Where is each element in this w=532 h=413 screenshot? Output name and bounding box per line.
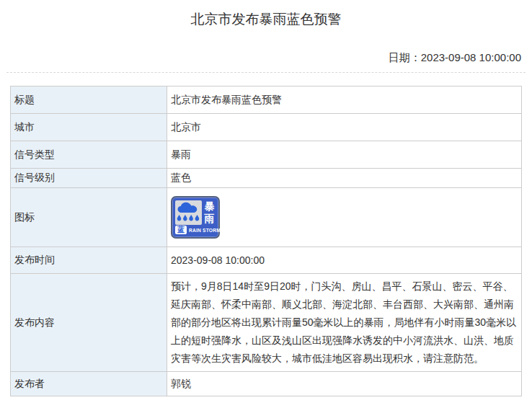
publish-date-line: 日期：2023-09-08 10:00:00 — [0, 51, 521, 65]
value-cell: 暴 雨 蓝 RAIN STORM — [167, 188, 522, 247]
row-publish-time: 发布时间 2023-09-08 10:00:00 — [11, 247, 522, 274]
label-cell: 发布者 — [11, 372, 167, 396]
value-cell: 暴雨 — [167, 141, 522, 169]
value-cell: 2023-09-08 10:00:00 — [167, 247, 522, 274]
icon-cn-char-bottom: 雨 — [203, 213, 216, 225]
date-label: 日期： — [389, 51, 421, 63]
row-icon: 图标 — [11, 188, 522, 247]
label-cell: 城市 — [11, 114, 167, 141]
value-cell: 郭锐 — [167, 372, 522, 396]
value-cell: 蓝色 — [167, 169, 522, 188]
warning-content-text: 预计，9月8日14时至9日20时，门头沟、房山、昌平、石景山、密云、平谷、延庆南… — [171, 277, 518, 368]
warning-info-table: 标题 北京市发布暴雨蓝色预警 城市 北京市 信号类型 暴雨 信号级别 蓝色 图标 — [10, 86, 522, 396]
value-cell: 北京市 — [167, 114, 522, 141]
row-publish-content: 发布内容 预计，9月8日14时至9日20时，门头沟、房山、昌平、石景山、密云、平… — [11, 274, 522, 372]
label-cell: 发布时间 — [11, 247, 167, 274]
row-signal-type: 信号类型 暴雨 — [11, 141, 522, 169]
label-cell: 图标 — [11, 188, 167, 247]
icon-bottom-strip: 蓝 RAIN STORM — [175, 226, 217, 234]
dashed-divider — [6, 72, 526, 73]
rain-cloud-glyph — [175, 200, 202, 225]
row-title: 标题 北京市发布暴雨蓝色预警 — [11, 86, 522, 114]
label-cell: 信号级别 — [11, 169, 167, 188]
rainstorm-blue-warning-icon: 暴 雨 蓝 RAIN STORM — [171, 196, 220, 239]
value-cell: 北京市发布暴雨蓝色预警 — [167, 86, 522, 114]
label-cell: 发布内容 — [11, 274, 167, 372]
page-title: 北京市发布暴雨蓝色预警 — [0, 10, 532, 29]
row-city: 城市 北京市 — [11, 114, 522, 141]
row-publisher: 发布者 郭锐 — [11, 372, 522, 396]
icon-cn-label: 暴 雨 — [203, 200, 216, 225]
label-cell: 信号类型 — [11, 141, 167, 169]
icon-cn-char-top: 暴 — [203, 200, 216, 213]
date-value: 2023-09-08 10:00:00 — [421, 51, 521, 63]
warning-detail-page: 北京市发布暴雨蓝色预警 日期：2023-09-08 10:00:00 标题 北京… — [0, 10, 532, 413]
label-cell: 标题 — [11, 86, 167, 114]
value-cell: 预计，9月8日14时至9日20时，门头沟、房山、昌平、石景山、密云、平谷、延庆南… — [167, 274, 522, 372]
row-signal-level: 信号级别 蓝色 — [11, 169, 522, 188]
icon-english-label: RAIN STORM — [189, 228, 221, 233]
icon-level-badge: 蓝 — [175, 226, 187, 234]
